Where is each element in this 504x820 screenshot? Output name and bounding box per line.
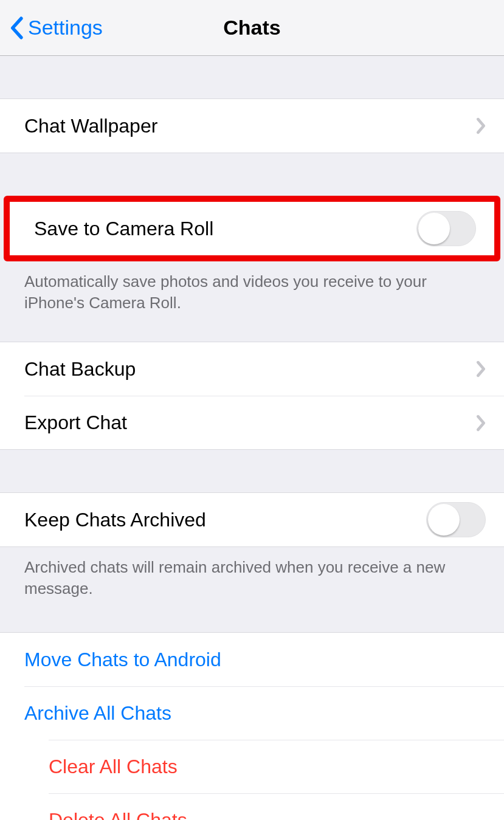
action-label: Move Chats to Android — [24, 649, 221, 671]
toggle-keep-archived[interactable] — [426, 502, 486, 537]
footer-keep-archived: Archived chats will remain archived when… — [0, 547, 504, 616]
row-chat-wallpaper[interactable]: Chat Wallpaper — [0, 99, 504, 153]
action-label: Delete All Chats — [49, 809, 187, 820]
row-export-chat[interactable]: Export Chat — [24, 396, 504, 449]
footer-save-camera-roll: Automatically save photos and videos you… — [0, 261, 504, 331]
action-clear-all[interactable]: Clear All Chats — [49, 740, 504, 793]
chevron-left-icon — [10, 16, 23, 40]
row-chat-backup[interactable]: Chat Backup — [0, 342, 504, 396]
group-actions: Move Chats to Android Archive All Chats … — [0, 632, 504, 820]
toggle-knob — [428, 504, 460, 536]
action-move-android[interactable]: Move Chats to Android — [0, 633, 504, 686]
toggle-save-camera-roll[interactable] — [416, 211, 476, 246]
nav-bar: Settings Chats — [0, 0, 504, 56]
chevron-right-icon — [476, 415, 486, 432]
row-keep-archived[interactable]: Keep Chats Archived — [0, 493, 504, 546]
back-label: Settings — [28, 16, 103, 40]
row-label: Keep Chats Archived — [24, 509, 426, 531]
row-save-camera-roll[interactable]: Save to Camera Roll — [10, 202, 494, 255]
action-delete-all[interactable]: Delete All Chats — [49, 793, 504, 820]
row-label: Save to Camera Roll — [34, 218, 416, 240]
chevron-right-icon — [476, 360, 486, 377]
highlight-frame: Save to Camera Roll — [4, 196, 500, 261]
back-button[interactable]: Settings — [10, 16, 103, 40]
group-save-camera-roll: Save to Camera Roll — [10, 202, 494, 255]
action-label: Clear All Chats — [49, 756, 178, 778]
row-label: Chat Wallpaper — [24, 115, 476, 137]
chevron-right-icon — [476, 117, 486, 134]
group-keep-archived: Keep Chats Archived — [0, 492, 504, 547]
row-label: Export Chat — [24, 412, 476, 434]
action-archive-all[interactable]: Archive All Chats — [24, 686, 504, 740]
toggle-knob — [418, 213, 450, 244]
action-label: Archive All Chats — [24, 702, 171, 725]
group-backup-export: Chat Backup Export Chat — [0, 342, 504, 450]
row-label: Chat Backup — [24, 358, 476, 381]
group-wallpaper: Chat Wallpaper — [0, 98, 504, 153]
